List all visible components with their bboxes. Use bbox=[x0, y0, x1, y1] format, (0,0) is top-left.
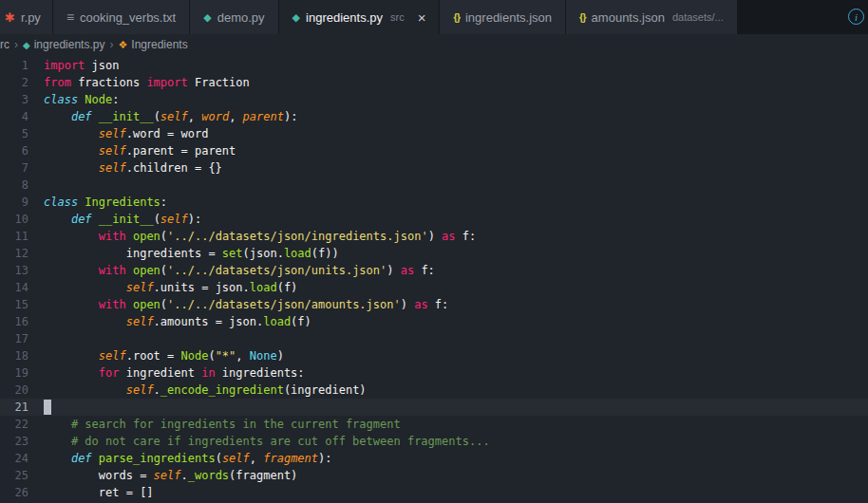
code-line-text: words = self._words(fragment) bbox=[28, 467, 297, 484]
text-cursor bbox=[44, 400, 51, 415]
code-editor[interactable]: 1import json2from fractions import Fract… bbox=[0, 55, 868, 503]
code-line[interactable]: 9class Ingredients: bbox=[0, 194, 868, 211]
tab-label: ingredients.json bbox=[465, 10, 552, 25]
code-line-text: ret = [] bbox=[28, 484, 154, 501]
tab-amounts-json[interactable]: {} amounts.json datasets/... bbox=[566, 0, 738, 34]
line-number: 14 bbox=[0, 279, 28, 296]
code-line-text: for ingredient in ingredients: bbox=[28, 364, 305, 382]
code-line-text: self.children = {} bbox=[28, 159, 222, 177]
line-number: 5 bbox=[0, 125, 28, 142]
line-number: 13 bbox=[0, 262, 28, 279]
code-line[interactable]: 18 self.root = Node("*", None) bbox=[0, 347, 868, 364]
editor-tab-bar: ✱ r.py ≡ cooking_verbs.txt ◆ demo.py ◆ i… bbox=[0, 0, 868, 34]
code-line-text: self.word = word bbox=[28, 125, 208, 142]
line-number: 19 bbox=[0, 364, 28, 382]
tab-ingredients-py[interactable]: ◆ ingredients.py src × bbox=[279, 0, 441, 34]
code-line[interactable]: 19 for ingredient in ingredients: bbox=[0, 364, 868, 382]
code-line-text: self.root = Node("*", None) bbox=[28, 347, 284, 364]
tab-ingredients-json[interactable]: {} ingredients.json bbox=[440, 0, 566, 34]
code-line-text: with open('../../datasets/json/units.jso… bbox=[28, 262, 435, 279]
breadcrumb-separator: › bbox=[109, 38, 113, 51]
tab-label: amounts.json bbox=[592, 10, 665, 25]
code-line[interactable]: 17 bbox=[0, 330, 868, 347]
tab-label: ingredients.py bbox=[306, 10, 383, 25]
code-line[interactable]: 26 ret = [] bbox=[0, 484, 868, 501]
breadcrumb-item-symbol[interactable]: Ingredients bbox=[131, 38, 187, 51]
code-line-text: # do not care if ingredients are cut off… bbox=[28, 433, 490, 450]
code-line[interactable]: 25 words = self._words(fragment) bbox=[0, 467, 868, 484]
code-line-text: class Node: bbox=[28, 91, 120, 108]
info-icon[interactable]: i bbox=[848, 9, 864, 25]
line-number: 25 bbox=[0, 467, 28, 484]
tab-folder-hint: src bbox=[390, 11, 405, 23]
code-line-text: def __init__(self): bbox=[28, 211, 201, 228]
code-line[interactable]: 7 self.children = {} bbox=[0, 159, 868, 177]
code-line[interactable]: 16 self.amounts = json.load(f) bbox=[0, 313, 868, 330]
code-line-text: self._encode_ingredient(ingredient) bbox=[28, 382, 367, 399]
code-line-text: import json bbox=[28, 57, 119, 74]
code-line-text: # search for ingredients in the current … bbox=[28, 416, 401, 433]
line-number: 4 bbox=[0, 108, 28, 125]
code-line-text: with open('../../datasets/json/amounts.j… bbox=[28, 296, 448, 313]
line-number: 17 bbox=[0, 330, 28, 347]
code-line[interactable]: 24 def parse_ingredients(self, fragment)… bbox=[0, 450, 868, 467]
tab-cooking-verbs-txt[interactable]: ≡ cooking_verbs.txt bbox=[53, 0, 190, 34]
code-line[interactable]: 8 bbox=[0, 177, 868, 194]
line-number: 23 bbox=[0, 433, 28, 450]
breadcrumb-item-src[interactable]: src bbox=[0, 38, 9, 51]
json-icon: {} bbox=[579, 12, 586, 23]
text-file-icon: ≡ bbox=[66, 10, 74, 24]
code-line[interactable]: 6 self.parent = parent bbox=[0, 142, 868, 159]
code-line-text bbox=[28, 177, 44, 194]
breadcrumb-item-file[interactable]: ingredients.py bbox=[34, 38, 105, 51]
code-line[interactable]: 14 self.units = json.load(f) bbox=[0, 279, 868, 296]
code-line-text: from fractions import Fraction bbox=[28, 74, 250, 91]
json-icon: {} bbox=[453, 12, 460, 23]
tab-folder-hint: datasets/... bbox=[672, 11, 724, 23]
line-number: 8 bbox=[0, 177, 28, 194]
code-line[interactable]: 15 with open('../../datasets/json/amount… bbox=[0, 296, 868, 313]
tab-label: demo.py bbox=[217, 10, 265, 25]
code-line[interactable]: 3class Node: bbox=[0, 91, 868, 108]
code-line[interactable]: 5 self.word = word bbox=[0, 125, 868, 142]
line-number: 2 bbox=[0, 74, 28, 91]
code-line[interactable]: 22 # search for ingredients in the curre… bbox=[0, 416, 868, 433]
code-line[interactable]: 23 # do not care if ingredients are cut … bbox=[0, 433, 868, 450]
line-number: 24 bbox=[0, 450, 28, 467]
code-line[interactable]: 4 def __init__(self, word, parent): bbox=[0, 108, 868, 125]
breadcrumb: src › ◆ ingredients.py › ❖ Ingredients bbox=[0, 34, 868, 55]
python-icon: ◆ bbox=[23, 40, 30, 50]
line-number: 15 bbox=[0, 296, 28, 313]
code-line[interactable]: 21 bbox=[0, 399, 868, 416]
line-number: 7 bbox=[0, 159, 28, 177]
line-number: 3 bbox=[0, 91, 28, 108]
code-line[interactable]: 10 def __init__(self): bbox=[0, 211, 868, 228]
line-number: 6 bbox=[0, 142, 28, 159]
python-icon: ◆ bbox=[292, 12, 300, 23]
code-line-text bbox=[28, 399, 44, 416]
code-line[interactable]: 1import json bbox=[0, 57, 868, 74]
code-line[interactable]: 13 with open('../../datasets/json/units.… bbox=[0, 262, 868, 279]
line-number: 10 bbox=[0, 211, 28, 228]
code-line-text: self.amounts = json.load(f) bbox=[28, 313, 311, 330]
code-line[interactable]: 12 ingredients = set(json.load(f)) bbox=[0, 245, 868, 262]
tab-demo-py[interactable]: ◆ demo.py bbox=[190, 0, 278, 34]
breadcrumb-separator: › bbox=[14, 38, 18, 51]
code-line[interactable]: 11 with open('../../datasets/json/ingred… bbox=[0, 228, 868, 245]
tab-r-py[interactable]: ✱ r.py bbox=[0, 0, 53, 34]
close-tab-icon[interactable]: × bbox=[418, 10, 426, 25]
tab-label: cooking_verbs.txt bbox=[80, 10, 176, 25]
line-number: 9 bbox=[0, 194, 28, 211]
code-line-text bbox=[28, 330, 44, 347]
code-line[interactable]: 2from fractions import Fraction bbox=[0, 74, 868, 91]
code-line-text: self.units = json.load(f) bbox=[28, 279, 297, 296]
line-number: 21 bbox=[0, 399, 28, 416]
code-line-text: ingredients = set(json.load(f)) bbox=[28, 245, 339, 262]
code-line[interactable]: 20 self._encode_ingredient(ingredient) bbox=[0, 382, 868, 399]
line-number: 1 bbox=[0, 57, 28, 74]
code-line-text: class Ingredients: bbox=[28, 194, 167, 211]
line-number: 22 bbox=[0, 416, 28, 433]
vscode-window: ✱ r.py ≡ cooking_verbs.txt ◆ demo.py ◆ i… bbox=[0, 0, 868, 503]
file-icon: ✱ bbox=[5, 11, 15, 24]
line-number: 16 bbox=[0, 313, 28, 330]
